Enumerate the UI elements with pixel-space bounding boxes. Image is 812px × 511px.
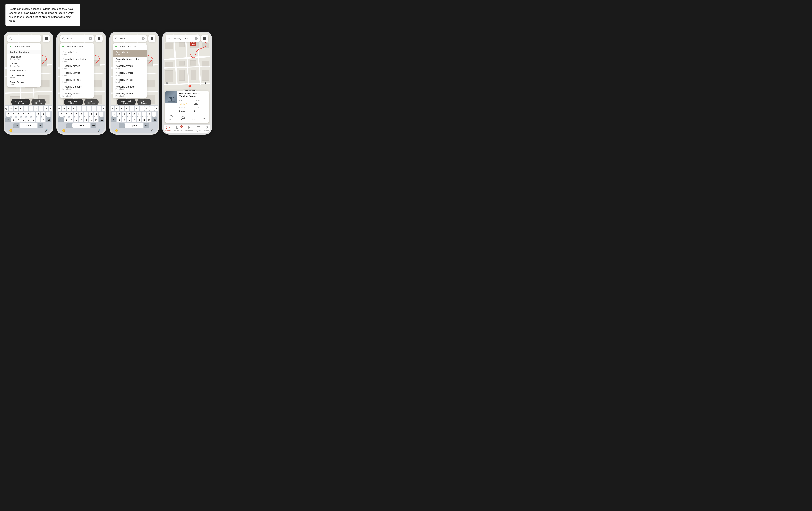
key-b[interactable]: B — [84, 117, 88, 122]
bookmark-btn[interactable] — [192, 115, 195, 122]
play-btn[interactable] — [181, 115, 185, 122]
key-i[interactable]: I — [39, 106, 43, 111]
nav-downloads[interactable]: Downloads — [185, 126, 193, 132]
list-item[interactable]: Piccadilly Market London — [113, 70, 147, 77]
key-z[interactable]: Z — [11, 117, 16, 122]
key-j[interactable]: J — [89, 112, 93, 117]
key-d[interactable]: D — [69, 112, 74, 117]
key-t[interactable]: T — [129, 106, 134, 111]
key-l[interactable]: L — [152, 112, 156, 117]
key-w[interactable]: W — [115, 106, 119, 111]
list-item[interactable]: Four Seasons Istanbul — [7, 73, 41, 80]
key-h[interactable]: H — [84, 112, 88, 117]
key-backspace[interactable]: ⌫ — [152, 117, 157, 122]
key-go[interactable]: Go — [91, 123, 96, 128]
key-x[interactable]: X — [69, 117, 74, 122]
key-b[interactable]: B — [137, 117, 141, 122]
mic-key[interactable]: 🎤 — [97, 129, 100, 132]
key-g[interactable]: G — [79, 112, 83, 117]
phone-3-search-bar[interactable]: Piccal ✕ — [113, 35, 147, 42]
key-n[interactable]: N — [36, 117, 40, 122]
key-j[interactable]: J — [142, 112, 146, 117]
key-y[interactable]: Y — [135, 106, 139, 111]
list-item[interactable]: MALBA Buenos Aires — [7, 61, 41, 68]
list-item[interactable]: Piccadilly Circus London — [60, 50, 94, 57]
list-item-highlighted[interactable]: Piccadilly Circus London — [113, 50, 147, 57]
key-r[interactable]: R — [124, 106, 129, 111]
key-u[interactable]: U — [140, 106, 144, 111]
key-o[interactable]: O — [96, 106, 101, 111]
key-123[interactable]: 123 — [119, 123, 124, 128]
nav-profile[interactable]: Profile — [204, 126, 209, 132]
all-routes-btn[interactable]: AllRoutes — [137, 98, 151, 106]
key-k[interactable]: K — [147, 112, 151, 117]
list-item[interactable]: InterContinental — [7, 68, 41, 73]
key-v[interactable]: V — [132, 117, 136, 122]
phone-1-current-loc[interactable]: Current Location — [7, 43, 41, 50]
key-w[interactable]: W — [9, 106, 13, 111]
mic-key[interactable]: 🎤 — [45, 129, 48, 132]
key-s[interactable]: S — [117, 112, 121, 117]
key-e[interactable]: E — [67, 106, 71, 111]
all-routes-btn[interactable]: AllRoutes — [31, 98, 46, 106]
key-space[interactable]: space — [125, 123, 143, 128]
key-shift[interactable]: ⇧ — [5, 117, 11, 122]
key-x[interactable]: X — [122, 117, 126, 122]
phone-3-current-loc[interactable]: Current Location — [113, 43, 147, 50]
key-backspace[interactable]: ⌫ — [99, 117, 104, 122]
key-b[interactable]: B — [31, 117, 35, 122]
key-t[interactable]: T — [77, 106, 81, 111]
key-l[interactable]: L — [46, 112, 50, 117]
recommended-routes-btn[interactable]: RecommendedRoutes — [64, 98, 83, 106]
list-item[interactable]: Piccadilly Circus Station London — [60, 57, 94, 63]
emoji-key[interactable]: 😊 — [115, 129, 118, 132]
key-i[interactable]: I — [92, 106, 96, 111]
list-item[interactable]: Piccadilly Arcade London — [60, 63, 94, 70]
list-item[interactable]: Piccadilly Station Manchester — [113, 91, 147, 98]
key-u[interactable]: U — [34, 106, 38, 111]
phone-3-filter-btn[interactable] — [148, 35, 155, 42]
list-item[interactable]: Piccadilly Theatre London — [113, 77, 147, 84]
list-item[interactable]: Piccadilly Gardens Manchester — [113, 84, 147, 91]
key-p[interactable]: P — [102, 106, 106, 111]
phone-2-current-loc[interactable]: Current Location — [60, 43, 94, 50]
key-z[interactable]: Z — [64, 117, 68, 122]
phone-1-search-bar[interactable] — [7, 35, 41, 42]
phone-2-search-bar[interactable]: Piccal ✕ — [60, 35, 94, 42]
key-x[interactable]: X — [16, 117, 21, 122]
key-n[interactable]: N — [89, 117, 93, 122]
list-item[interactable]: Piccadilly Theatre London — [60, 77, 94, 84]
key-space[interactable]: space — [20, 123, 37, 128]
key-shift[interactable]: ⇧ — [58, 117, 63, 122]
key-m[interactable]: M — [147, 117, 151, 122]
key-shift[interactable]: ⇧ — [111, 117, 116, 122]
nav-bookmarks[interactable]: 4 Bookmarks — [174, 126, 182, 132]
key-k[interactable]: K — [94, 112, 98, 117]
list-item[interactable]: Piccadilly Market London — [60, 70, 94, 77]
key-c[interactable]: C — [21, 117, 26, 122]
key-i[interactable]: I — [144, 106, 149, 111]
key-123[interactable]: 123 — [13, 123, 19, 128]
key-a[interactable]: A — [59, 112, 63, 117]
phone-3-clear-btn[interactable]: ✕ — [142, 37, 145, 40]
key-a[interactable]: A — [6, 112, 11, 117]
key-123[interactable]: 123 — [66, 123, 72, 128]
emoji-key[interactable]: 😊 — [9, 129, 12, 132]
key-n[interactable]: N — [142, 117, 146, 122]
key-p[interactable]: P — [49, 106, 53, 111]
key-r[interactable]: R — [72, 106, 76, 111]
mic-key[interactable]: 🎤 — [150, 129, 153, 132]
list-item[interactable]: Piccadilly Arcade London — [113, 63, 147, 70]
recommended-routes-btn[interactable]: RecommendedRoutes — [117, 98, 136, 106]
phone-2-clear-btn[interactable]: ✕ — [89, 37, 92, 40]
key-w[interactable]: W — [62, 106, 66, 111]
key-v[interactable]: V — [79, 117, 83, 122]
key-v[interactable]: V — [26, 117, 31, 122]
key-g[interactable]: G — [26, 112, 31, 117]
key-r[interactable]: R — [19, 106, 23, 111]
key-go[interactable]: Go — [144, 123, 149, 128]
key-k[interactable]: K — [41, 112, 46, 117]
key-backspace[interactable]: ⌫ — [46, 117, 52, 122]
key-z[interactable]: Z — [117, 117, 121, 122]
key-h[interactable]: H — [31, 112, 35, 117]
